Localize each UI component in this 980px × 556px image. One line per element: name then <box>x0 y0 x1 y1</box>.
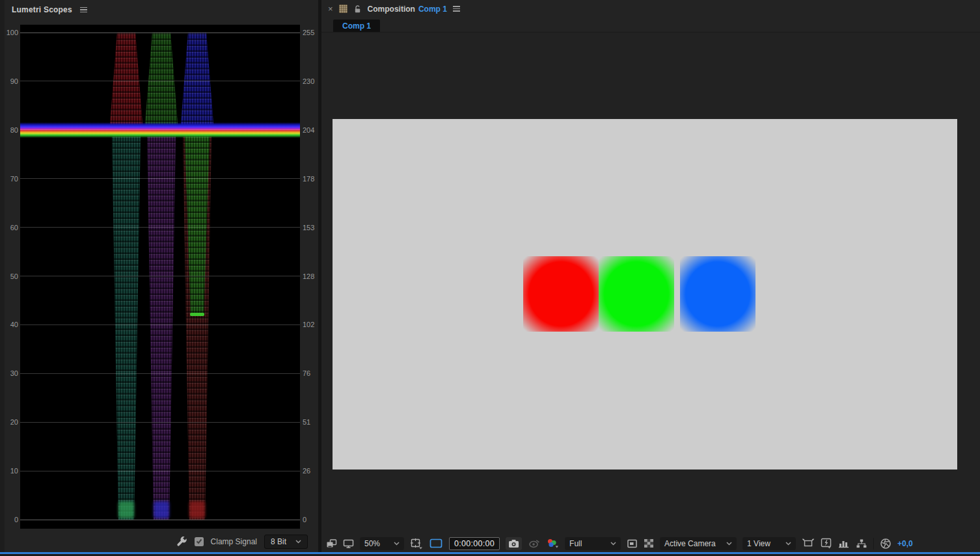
composition-tab-row: Comp 1 <box>321 18 980 33</box>
toggle-mask-path-visibility-icon[interactable] <box>429 538 443 549</box>
cyan-bottom-blob <box>118 501 134 518</box>
tab-comp-1-label: Comp 1 <box>342 21 371 31</box>
scope-gridline <box>20 178 300 179</box>
red-circle[interactable] <box>523 256 599 332</box>
adjust-exposure-value[interactable]: +0,0 <box>897 539 913 548</box>
current-time-field[interactable]: 0:00:00:00 <box>449 537 500 550</box>
fast-previews-icon[interactable] <box>821 538 832 549</box>
chevron-down-icon <box>785 542 791 546</box>
blue-circle[interactable] <box>680 256 755 332</box>
waveform-scope <box>20 25 300 529</box>
right-scale-label: 102 <box>303 320 314 329</box>
red-bottom-blob <box>189 501 205 518</box>
left-scale-label: 60 <box>10 223 18 232</box>
left-scale-label: 40 <box>10 320 18 329</box>
lumetri-scopes-panel: Lumetri Scopes 1009080706050403020100 25… <box>0 0 318 552</box>
clamp-signal-label: Clamp Signal <box>211 537 257 546</box>
magnification-dropdown[interactable]: 50% <box>360 537 404 550</box>
lumetri-panel-title: Lumetri Scopes <box>12 5 72 14</box>
lock-open-icon[interactable] <box>353 5 362 14</box>
resolution-value: Full <box>569 539 582 548</box>
grid-and-guides-options-icon[interactable] <box>410 538 423 549</box>
always-preview-this-view-icon[interactable] <box>326 538 337 549</box>
reset-exposure-icon[interactable] <box>880 538 892 549</box>
toolbar-separator <box>873 538 874 549</box>
left-scale-label: 70 <box>10 174 18 183</box>
chevron-down-icon <box>726 542 732 546</box>
scope-gridline <box>20 227 300 228</box>
timeline-icon[interactable] <box>838 538 850 548</box>
3d-view-dropdown[interactable]: Active Camera <box>660 537 737 550</box>
lumetri-panel-menu-icon[interactable] <box>80 7 87 13</box>
show-snapshot-icon[interactable] <box>528 538 540 548</box>
right-scale-label: 0 <box>303 515 306 524</box>
scope-gridline <box>20 276 300 276</box>
right-scale-label: 153 <box>303 223 314 232</box>
scope-gridline <box>20 324 300 325</box>
window-bottom-edge <box>0 554 980 556</box>
waveform-left-scale: 1009080706050403020100 <box>5 25 19 529</box>
bit-depth-value: 8 Bit <box>271 537 286 546</box>
composition-panel-menu-icon[interactable] <box>453 6 460 12</box>
green-trace-mid-bright-edge <box>190 313 204 316</box>
region-of-interest-icon[interactable] <box>627 538 638 549</box>
right-scale-label: 230 <box>303 77 314 86</box>
scope-settings-wrench-icon[interactable] <box>176 536 187 547</box>
after-effects-window: Lumetri Scopes 1009080706050403020100 25… <box>0 0 980 556</box>
close-panel-icon[interactable]: × <box>328 5 333 13</box>
composition-toolbar: 50% 0:00:00:00 Full <box>321 535 980 552</box>
left-scale-label: 20 <box>10 417 18 427</box>
cyan-trace-low <box>112 135 141 520</box>
composition-panel-title: Composition <box>368 5 415 14</box>
composition-panel-header: × Composition Comp 1 <box>321 0 980 18</box>
lumetri-panel-header: Lumetri Scopes <box>5 0 318 20</box>
right-scale-label: 76 <box>303 369 310 378</box>
bit-depth-dropdown[interactable]: 8 Bit <box>264 535 308 549</box>
right-scale-label: 178 <box>303 174 314 183</box>
composition-viewer[interactable] <box>333 119 957 470</box>
scope-gridline <box>20 129 300 130</box>
main-view-monitor-icon[interactable] <box>343 538 354 549</box>
lumetri-footer: Clamp Signal 8 Bit <box>5 531 318 552</box>
scope-gridline <box>20 520 300 520</box>
composition-panel: × Composition Comp 1 Comp 1 50% <box>321 0 980 552</box>
magnification-value: 50% <box>364 539 380 548</box>
magenta-trace-low <box>147 135 176 520</box>
scope-gridline <box>20 373 300 374</box>
right-scale-label: 204 <box>303 126 314 135</box>
left-scale-label: 50 <box>10 272 18 281</box>
green-circle[interactable] <box>599 256 674 332</box>
green-trace-high <box>144 33 178 132</box>
right-scale-label: 255 <box>303 28 314 37</box>
right-scale-label: 51 <box>303 417 310 427</box>
right-scale-label: 26 <box>303 466 310 475</box>
take-snapshot-icon[interactable] <box>506 537 522 550</box>
tab-comp-1[interactable]: Comp 1 <box>333 20 380 32</box>
pixel-aspect-ratio-correction-icon[interactable] <box>802 538 815 548</box>
timecode-value: 0:00:00:00 <box>454 539 495 548</box>
3d-view-value: Active Camera <box>664 539 716 548</box>
magenta-bottom-blob <box>154 501 169 518</box>
scope-gridline <box>20 471 300 471</box>
active-composition-name[interactable]: Comp 1 <box>418 5 447 14</box>
left-scale-label: 30 <box>10 369 18 378</box>
right-scale-label: 128 <box>303 272 314 281</box>
clamp-signal-checkbox[interactable] <box>195 537 204 546</box>
transparency-grid-icon[interactable] <box>644 538 654 548</box>
scope-gridline <box>20 422 300 423</box>
channel-and-color-settings-icon[interactable] <box>546 538 559 549</box>
chevron-down-icon <box>394 542 400 546</box>
panel-grip-icon[interactable] <box>339 5 347 13</box>
resolution-dropdown[interactable]: Full <box>565 537 621 550</box>
red-trace-high <box>109 33 143 132</box>
view-layout-dropdown[interactable]: 1 View <box>742 537 796 550</box>
left-scale-label: 100 <box>7 28 18 37</box>
blue-trace-high <box>180 33 214 132</box>
left-scale-label: 0 <box>14 515 18 524</box>
chevron-down-icon <box>610 542 616 546</box>
chevron-down-icon <box>295 540 301 544</box>
scope-gridline <box>20 33 300 33</box>
left-scale-label: 90 <box>10 77 18 86</box>
left-scale-label: 80 <box>10 126 18 135</box>
comp-flowchart-icon[interactable] <box>856 538 867 549</box>
